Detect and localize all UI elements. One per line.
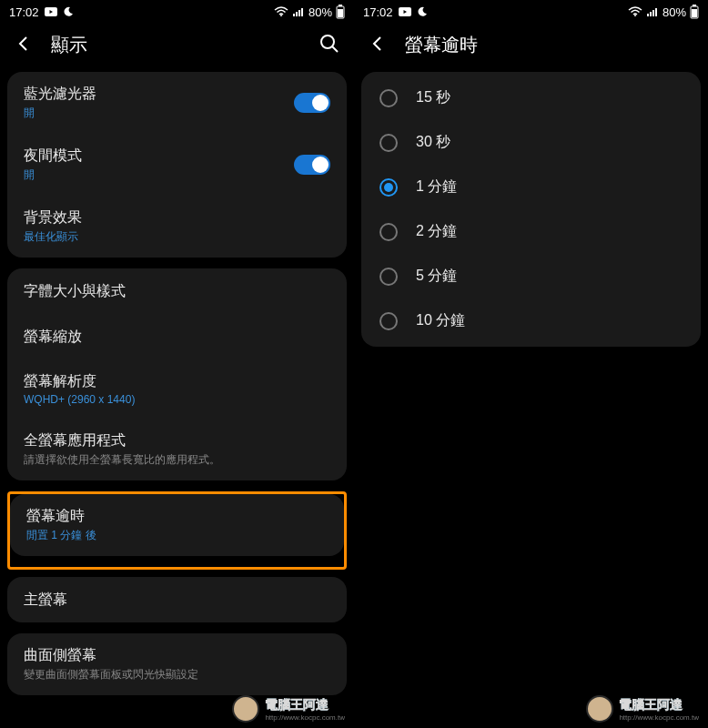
watermark: 電腦王阿達 http://www.kocpc.com.tw	[586, 695, 699, 723]
moon-icon	[63, 6, 74, 17]
setting-zoom[interactable]: 螢幕縮放	[7, 314, 347, 359]
svg-rect-14	[650, 12, 652, 16]
radio-icon	[379, 312, 398, 330]
toggle-night_mode[interactable]	[294, 155, 330, 175]
setting-subtitle: 最佳化顯示	[24, 229, 82, 245]
status-time: 17:02	[363, 5, 393, 19]
svg-rect-2	[293, 14, 295, 16]
svg-rect-5	[301, 8, 303, 16]
setting-title: 曲面側螢幕	[24, 646, 198, 665]
radio-label: 30 秒	[416, 133, 450, 152]
timeout-option[interactable]: 2 分鐘	[361, 209, 701, 254]
setting-title: 螢幕縮放	[24, 328, 82, 347]
timeout-content[interactable]: 15 秒30 秒1 分鐘2 分鐘5 分鐘10 分鐘	[354, 72, 708, 728]
svg-point-12	[634, 15, 636, 16]
status-left: 17:02	[9, 5, 74, 19]
setting-timeout[interactable]: 螢幕逾時閒置 1 分鐘 後	[10, 494, 344, 556]
youtube-icon	[399, 7, 411, 16]
svg-rect-15	[652, 10, 654, 16]
header-left: 顯示	[0, 24, 354, 72]
setting-night_mode[interactable]: 夜間模式開	[7, 134, 347, 196]
svg-rect-13	[647, 14, 649, 16]
watermark-text: 電腦王阿達	[265, 697, 345, 713]
highlighted-setting: 螢幕逾時閒置 1 分鐘 後	[7, 491, 347, 570]
setting-bg_effect[interactable]: 背景效果最佳化顯示	[7, 196, 347, 258]
setting-title: 螢幕解析度	[24, 372, 135, 391]
setting-title: 背景效果	[24, 208, 82, 228]
toggle-blue_light[interactable]	[294, 93, 330, 113]
page-title: 顯示	[51, 33, 301, 57]
status-right: 80%	[628, 5, 699, 19]
setting-title: 全螢幕應用程式	[24, 431, 220, 450]
setting-edge[interactable]: 曲面側螢幕變更曲面側螢幕面板或閃光快顯設定	[7, 633, 347, 695]
phone-right: 17:02 80% 螢幕逾時 15 秒30 秒1 分鐘2 分鐘5 分鐘10 分鐘…	[354, 0, 708, 728]
setting-title: 字體大小與樣式	[24, 282, 126, 301]
radio-label: 2 分鐘	[416, 222, 457, 241]
battery-percent: 80%	[308, 5, 332, 19]
moon-icon	[417, 6, 428, 17]
watermark: 電腦王阿達 http://www.kocpc.com.tw	[232, 695, 345, 723]
timeout-radio-list: 15 秒30 秒1 分鐘2 分鐘5 分鐘10 分鐘	[361, 72, 701, 347]
svg-point-9	[321, 35, 334, 48]
setting-title: 藍光濾光器	[24, 85, 96, 104]
setting-blue_light[interactable]: 藍光濾光器開	[7, 72, 347, 134]
setting-fullscreen[interactable]: 全螢幕應用程式請選擇欲使用全螢幕長寬比的應用程式。	[7, 419, 347, 480]
search-button[interactable]	[319, 34, 339, 57]
settings-card: 螢幕逾時閒置 1 分鐘 後	[10, 494, 344, 556]
svg-rect-4	[298, 10, 300, 16]
youtube-icon	[45, 7, 57, 16]
header-right: 螢幕逾時	[354, 24, 708, 72]
setting-font[interactable]: 字體大小與樣式	[7, 268, 347, 314]
setting-title: 主螢幕	[24, 591, 67, 610]
setting-home[interactable]: 主螢幕	[7, 577, 347, 622]
battery-icon	[690, 5, 699, 19]
settings-card: 字體大小與樣式螢幕縮放螢幕解析度WQHD+ (2960 x 1440)全螢幕應用…	[7, 268, 347, 480]
signal-icon	[292, 6, 305, 17]
wifi-icon	[274, 6, 288, 17]
watermark-face-icon	[232, 695, 259, 723]
svg-rect-8	[338, 9, 343, 17]
battery-percent: 80%	[662, 5, 686, 19]
radio-label: 5 分鐘	[416, 267, 457, 286]
settings-card: 主螢幕	[7, 577, 347, 622]
settings-card: 曲面側螢幕變更曲面側螢幕面板或閃光快顯設定	[7, 633, 347, 695]
setting-resolution[interactable]: 螢幕解析度WQHD+ (2960 x 1440)	[7, 359, 347, 419]
radio-icon	[379, 178, 398, 197]
setting-subtitle: 閒置 1 分鐘 後	[26, 528, 96, 543]
setting-subtitle: 開	[24, 167, 82, 183]
setting-subtitle: WQHD+ (2960 x 1440)	[24, 393, 135, 406]
setting-title: 夜間模式	[24, 147, 82, 166]
svg-point-1	[280, 15, 282, 16]
radio-label: 10 分鐘	[416, 311, 465, 330]
back-button[interactable]	[369, 35, 387, 56]
settings-card: 藍光濾光器開夜間模式開背景效果最佳化顯示	[7, 72, 347, 258]
status-right: 80%	[274, 5, 345, 19]
status-left: 17:02	[363, 5, 428, 19]
timeout-option[interactable]: 15 秒	[361, 76, 701, 120]
setting-subtitle: 請選擇欲使用全螢幕長寬比的應用程式。	[24, 452, 220, 468]
svg-rect-16	[655, 8, 657, 16]
signal-icon	[646, 6, 659, 17]
setting-title: 螢幕逾時	[26, 507, 96, 526]
svg-rect-3	[296, 12, 298, 16]
timeout-option[interactable]: 10 分鐘	[361, 298, 701, 343]
watermark-url: http://www.kocpc.com.tw	[265, 713, 345, 722]
timeout-option[interactable]: 5 分鐘	[361, 254, 701, 298]
settings-content[interactable]: 藍光濾光器開夜間模式開背景效果最佳化顯示字體大小與樣式螢幕縮放螢幕解析度WQHD…	[0, 72, 354, 728]
back-button[interactable]	[15, 35, 33, 56]
radio-icon	[379, 134, 398, 152]
radio-icon	[379, 268, 398, 286]
setting-subtitle: 開	[24, 106, 96, 121]
watermark-url: http://www.kocpc.com.tw	[619, 713, 699, 722]
watermark-text: 電腦王阿達	[619, 697, 699, 713]
timeout-option[interactable]: 1 分鐘	[361, 165, 701, 209]
setting-subtitle: 變更曲面側螢幕面板或閃光快顯設定	[24, 667, 198, 682]
timeout-option[interactable]: 30 秒	[361, 120, 701, 165]
wifi-icon	[628, 6, 642, 17]
page-title: 螢幕逾時	[405, 33, 693, 57]
radio-label: 15 秒	[416, 88, 450, 107]
svg-line-10	[332, 46, 338, 52]
status-bar: 17:02 80%	[0, 0, 354, 24]
radio-icon	[379, 223, 398, 241]
status-bar: 17:02 80%	[354, 0, 708, 24]
